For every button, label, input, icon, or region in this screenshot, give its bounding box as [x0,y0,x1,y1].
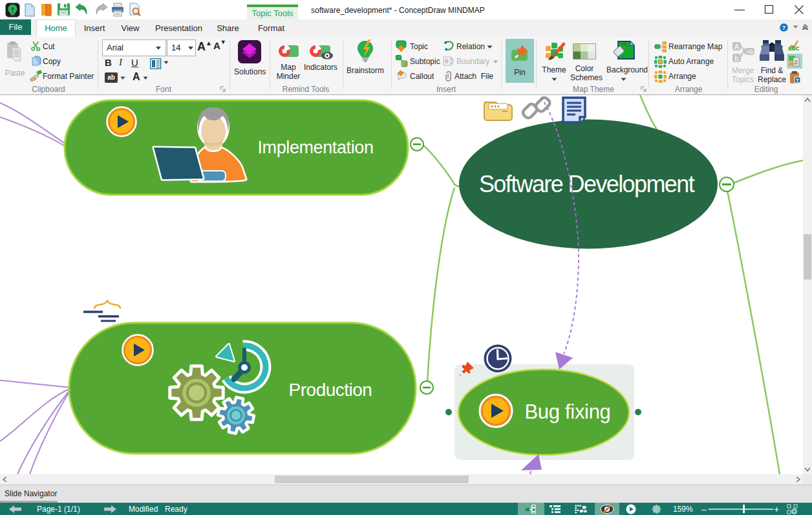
svg-text:abc: abc [788,45,800,51]
svg-text:Implementation: Implementation [258,138,374,157]
svg-text:Software Development: Software Development [479,171,695,197]
svg-text:b: b [734,54,738,62]
svg-text:Production: Production [289,380,372,400]
svg-text:A: A [734,43,740,50]
svg-text:Ab: Ab [746,48,754,55]
svg-text:T: T [796,78,799,83]
svg-text:?: ? [782,24,786,31]
svg-text:Bug fixing: Bug fixing [524,400,610,423]
